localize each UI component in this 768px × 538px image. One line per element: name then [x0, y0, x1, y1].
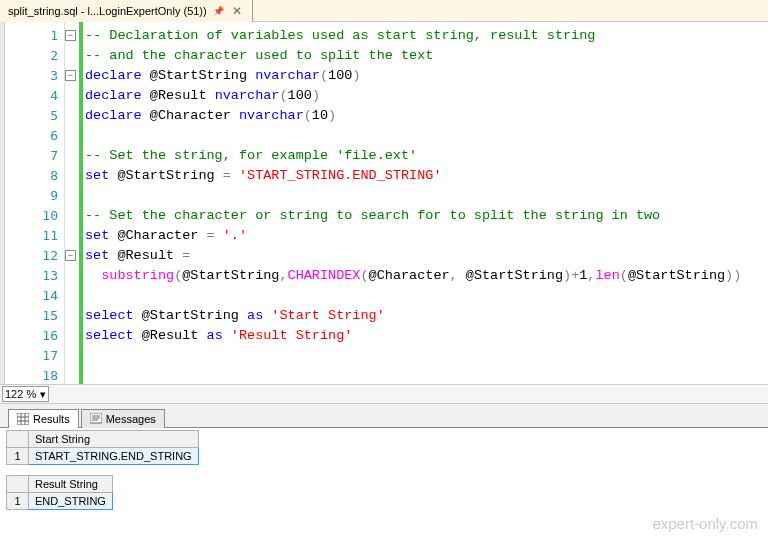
- line-number: 8: [5, 166, 64, 186]
- result-grid-2[interactable]: Result String 1END_STRING: [6, 475, 113, 510]
- code-line[interactable]: -- Set the character or string to search…: [85, 206, 768, 226]
- code-line[interactable]: -- Declaration of variables used as star…: [85, 26, 768, 46]
- code-line[interactable]: declare @StartString nvarchar(100): [85, 66, 768, 86]
- tab-messages[interactable]: Messages: [81, 409, 165, 428]
- line-number: 14: [5, 286, 64, 306]
- code-line[interactable]: [85, 366, 768, 384]
- line-number: 3: [5, 66, 64, 86]
- line-number-gutter: 123456789101112131415161718: [5, 22, 65, 384]
- close-icon[interactable]: ✕: [230, 4, 244, 18]
- corner-cell: [7, 431, 29, 448]
- code-line[interactable]: declare @Character nvarchar(10): [85, 106, 768, 126]
- zoom-bar: 122 % ▾: [0, 384, 768, 404]
- code-line[interactable]: substring(@StartString,CHARINDEX(@Charac…: [85, 266, 768, 286]
- line-number: 11: [5, 226, 64, 246]
- corner-cell: [7, 476, 29, 493]
- line-number: 7: [5, 146, 64, 166]
- zoom-value: 122 %: [5, 388, 36, 400]
- line-number: 17: [5, 346, 64, 366]
- line-number: 10: [5, 206, 64, 226]
- code-line[interactable]: -- Set the string, for example 'file.ext…: [85, 146, 768, 166]
- line-number: 13: [5, 266, 64, 286]
- line-number: 16: [5, 326, 64, 346]
- file-tab[interactable]: split_string.sql - l...LoginExpertOnly (…: [0, 0, 253, 22]
- svg-rect-0: [17, 413, 29, 425]
- code-line[interactable]: declare @Result nvarchar(100): [85, 86, 768, 106]
- watermark: expert-only.com: [652, 515, 758, 532]
- line-number: 2: [5, 46, 64, 66]
- fold-toggle-icon[interactable]: −: [65, 250, 76, 261]
- tab-results[interactable]: Results: [8, 409, 79, 428]
- line-number: 9: [5, 186, 64, 206]
- fold-toggle-icon[interactable]: −: [65, 30, 76, 41]
- editor: 123456789101112131415161718 −−− -- Decla…: [0, 22, 768, 384]
- tab-messages-label: Messages: [106, 413, 156, 425]
- code-line[interactable]: select @StartString as 'Start String': [85, 306, 768, 326]
- line-number: 12: [5, 246, 64, 266]
- column-header[interactable]: Start String: [29, 431, 199, 448]
- line-number: 5: [5, 106, 64, 126]
- code-area[interactable]: -- Declaration of variables used as star…: [83, 22, 768, 384]
- line-number: 1: [5, 26, 64, 46]
- messages-icon: [90, 413, 102, 425]
- fold-toggle-icon[interactable]: −: [65, 70, 76, 81]
- column-header[interactable]: Result String: [29, 476, 113, 493]
- result-grid-1[interactable]: Start String 1START_STRING.END_STRING: [6, 430, 199, 465]
- code-line[interactable]: [85, 186, 768, 206]
- fold-column: −−−: [65, 22, 79, 384]
- line-number: 18: [5, 366, 64, 384]
- line-number: 15: [5, 306, 64, 326]
- row-number[interactable]: 1: [7, 448, 29, 465]
- code-line[interactable]: -- and the character used to split the t…: [85, 46, 768, 66]
- line-number: 4: [5, 86, 64, 106]
- code-line[interactable]: set @Character = '.': [85, 226, 768, 246]
- tab-bar: split_string.sql - l...LoginExpertOnly (…: [0, 0, 768, 22]
- cell[interactable]: START_STRING.END_STRING: [29, 448, 199, 465]
- cell[interactable]: END_STRING: [29, 493, 113, 510]
- line-number: 6: [5, 126, 64, 146]
- code-line[interactable]: [85, 286, 768, 306]
- grid-icon: [17, 413, 29, 425]
- tab-title: split_string.sql - l...LoginExpertOnly (…: [8, 5, 207, 17]
- code-line[interactable]: set @StartString = 'START_STRING.END_STR…: [85, 166, 768, 186]
- code-line[interactable]: select @Result as 'Result String': [85, 326, 768, 346]
- results-tab-strip: Results Messages: [0, 404, 768, 428]
- row-number[interactable]: 1: [7, 493, 29, 510]
- code-line[interactable]: [85, 346, 768, 366]
- pin-icon[interactable]: 📌: [213, 6, 224, 16]
- code-line[interactable]: [85, 126, 768, 146]
- code-line[interactable]: set @Result =: [85, 246, 768, 266]
- zoom-dropdown[interactable]: 122 % ▾: [2, 386, 49, 402]
- chevron-down-icon: ▾: [40, 388, 46, 401]
- tab-results-label: Results: [33, 413, 70, 425]
